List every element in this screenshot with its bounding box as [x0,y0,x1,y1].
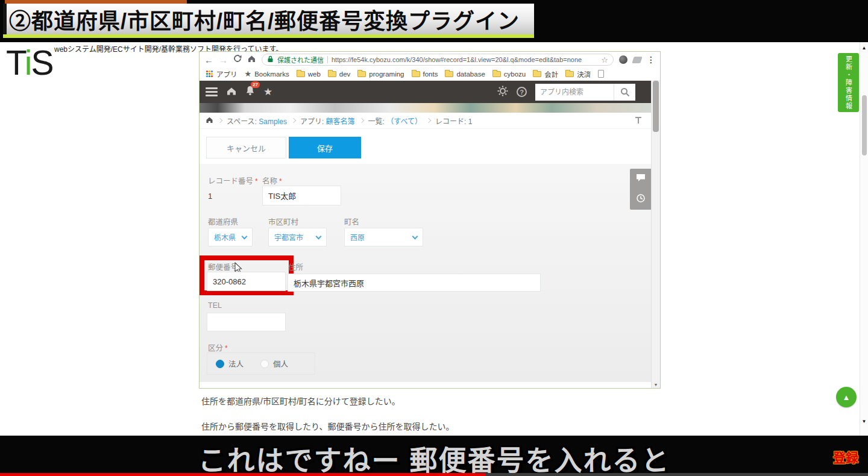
app-search-input[interactable] [535,84,614,100]
record-form: レコード番号* 1 名称* 都道府県 市区町村 町名 栃木県 宇都宮市 西原 [200,164,651,382]
category-label: 区分* [208,342,228,353]
subscribe-stamp[interactable]: 登録 [833,448,858,466]
prefecture-dropdown[interactable]: 栃木県 [208,228,253,246]
page-bookmark-icon[interactable] [598,70,604,78]
refresh-icon[interactable] [233,54,242,65]
scroll-to-top-button[interactable]: ▲ [836,387,857,407]
bookmarks-label: Bookmarks [254,70,289,78]
caption-strip: これはですねー 郵便番号を入れると 登録 [0,436,868,476]
chevron-down-icon [316,233,322,239]
cancel-button[interactable]: キャンセル [206,137,286,158]
scrollbar-down-icon[interactable]: ▼ [860,419,868,424]
label-text: レコード番号 [208,177,253,186]
kintone-home-icon[interactable] [226,86,237,98]
category-radio-group: 法人 個人 [207,352,315,375]
breadcrumb-prefix: レコード: 1 [435,117,472,126]
breadcrumb-app[interactable]: アプリ: 顧客名簿 [300,116,355,126]
postal-code-input[interactable] [207,272,286,291]
notifications-bell[interactable]: 27 [245,86,255,98]
chrome-menu-icon[interactable]: ⋮ [647,55,655,64]
bookmark-bookmarks[interactable]: ★ Bookmarks [245,69,289,78]
address-input[interactable] [288,274,541,292]
browser-scrollbar-thumb[interactable] [653,81,659,132]
page-scrollbar[interactable]: ▲ ▼ [860,42,868,436]
scrollbar-up-icon[interactable]: ▲ [860,45,868,51]
name-label: 名称* [262,175,282,186]
folder-label: cybozu [504,70,526,78]
record-side-tools [630,169,651,210]
notification-badge: 27 [251,81,260,88]
required-mark: * [255,177,258,186]
bookmark-folder-web[interactable]: web [297,70,321,78]
logo-letter-i: i [25,43,31,82]
star-icon: ★ [245,69,252,78]
bookmark-folder-cybozu[interactable]: cybozu [492,70,526,78]
update-info-tab[interactable]: 更新・障害情報 [838,53,859,112]
save-button[interactable]: 保存 [289,137,361,158]
history-icon[interactable] [636,193,646,205]
kintone-header: 27 ★ ? [200,81,651,103]
tel-label: TEL [208,301,222,310]
radio-unselected-icon [260,360,269,368]
radio-option-individual[interactable]: 個人 [260,358,288,369]
radio-label: 法人 [228,358,244,369]
help-icon[interactable]: ? [517,87,527,97]
chevron-separator-icon [291,118,296,123]
bookmark-folder-dev[interactable]: dev [328,70,351,78]
forward-icon[interactable]: → [219,55,228,64]
video-progress-bar[interactable] [0,473,868,476]
radio-selected-icon [216,360,224,368]
folder-label: dev [339,70,351,78]
bookmark-folder-programing[interactable]: programing [357,70,404,78]
folder-icon [328,71,336,77]
kintone-app: 27 ★ ? [200,81,651,382]
browser-window: ← → 保護された通信 https://fe54k.cybozu.com/k/3… [199,51,661,389]
video-title-text: ②都道府県/市区町村/町名/郵便番号変換プラグイン [7,4,520,35]
folder-label: fonts [423,70,438,78]
gear-icon[interactable] [497,86,508,99]
bookmark-folder-payment[interactable]: 決済 [565,69,591,79]
bookmark-apps[interactable]: アプリ [206,69,237,79]
extension-icon-1[interactable] [619,55,627,64]
label-text: 名称 [262,177,277,186]
town-dropdown[interactable]: 西原 [344,228,423,246]
radio-option-corporate[interactable]: 法人 [216,358,244,369]
city-dropdown[interactable]: 宇都宮市 [268,228,327,246]
lock-icon [267,54,274,65]
breadcrumb-link[interactable]: 顧客名簿 [326,117,355,126]
bookmark-star-icon[interactable]: ☆ [601,55,608,64]
breadcrumb-link[interactable]: Samples [259,117,287,126]
name-input[interactable] [262,186,341,205]
chrome-home-icon[interactable] [247,54,256,65]
apps-label: アプリ [216,69,237,79]
breadcrumb-home-icon[interactable] [206,116,213,125]
address-bar[interactable]: 保護された通信 https://fe54k.cybozu.com/k/340/s… [262,54,614,66]
search-button[interactable] [614,84,635,101]
bookmark-folder-accounting[interactable]: 会計 [533,69,558,79]
chevron-separator-icon [218,118,222,123]
back-icon[interactable]: ← [204,55,213,64]
browser-scrollbar-down-icon[interactable]: ▼ [652,383,660,387]
url-separator [327,56,328,63]
breadcrumb-space[interactable]: スペース: Samples [227,116,287,126]
chevron-down-icon [242,233,248,239]
breadcrumb-prefix: アプリ: [300,117,326,126]
bookmark-folder-database[interactable]: database [445,70,485,78]
caption-text: これはですねー 郵便番号を入れると [0,438,868,476]
pin-icon[interactable] [635,117,641,124]
folder-icon [297,71,305,77]
bookmark-folder-fonts[interactable]: fonts [412,70,438,78]
folder-label: programing [369,70,404,78]
breadcrumb-link[interactable]: （すべて） [386,117,422,126]
breadcrumb-view[interactable]: 一覧: （すべて） [368,116,422,126]
browser-scrollbar[interactable]: ▼ [651,81,660,388]
breadcrumb: スペース: Samples アプリ: 顧客名簿 一覧: （すべて） レコード: … [200,113,651,129]
favorites-star-icon[interactable]: ★ [263,86,272,98]
video-progress-fill [0,473,486,476]
extension-icon-2[interactable] [632,57,643,63]
page-scrollbar-thumb[interactable] [862,95,867,155]
hamburger-menu-icon[interactable] [206,87,218,96]
folder-icon [565,71,574,77]
comment-icon[interactable] [635,173,646,185]
tel-input[interactable] [207,313,286,331]
